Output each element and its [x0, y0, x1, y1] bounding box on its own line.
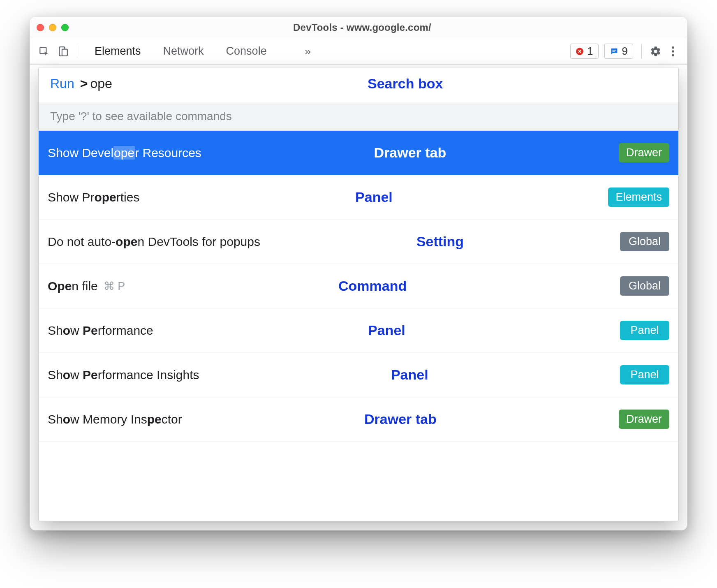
command-result[interactable]: Show Memory InspectorDrawer tabDrawer — [39, 397, 678, 442]
annotation-search-box: Search box — [368, 76, 443, 92]
command-result-badge: Panel — [620, 365, 669, 384]
command-result[interactable]: Show Performance InsightsPanelPanel — [39, 353, 678, 397]
window-title: DevTools - www.google.com/ — [69, 22, 656, 33]
command-menu: Run > Search box Type '?' to see availab… — [38, 67, 679, 521]
command-result-label: Show Properties — [48, 190, 139, 204]
command-result-label: Open file — [48, 279, 98, 293]
command-result-label: Show Performance Insights — [48, 368, 199, 382]
command-result[interactable]: Do not auto-open DevTools for popupsSett… — [39, 220, 678, 264]
device-toggle-icon[interactable] — [57, 46, 69, 57]
annotation-result-type: Setting — [416, 234, 464, 250]
close-window-button[interactable] — [37, 24, 44, 31]
command-result[interactable]: Open file⌘ PCommandGlobal — [39, 264, 678, 308]
svg-point-8 — [672, 54, 674, 56]
zoom-window-button[interactable] — [61, 24, 69, 31]
inspect-element-icon[interactable] — [38, 46, 50, 57]
svg-point-7 — [672, 50, 674, 53]
settings-gear-icon[interactable] — [650, 46, 661, 57]
command-result[interactable]: Show PerformancePanelPanel — [39, 308, 678, 353]
command-result[interactable]: Show PropertiesPanelElements — [39, 175, 678, 220]
annotation-result-type: Panel — [391, 367, 428, 383]
command-search-input[interactable] — [90, 76, 139, 91]
command-result-label: Show Developer Resources — [48, 146, 201, 160]
command-result-label: Show Memory Inspector — [48, 412, 182, 426]
annotation-result-type: Command — [338, 278, 407, 294]
message-icon — [610, 47, 619, 56]
command-result-badge: Global — [620, 276, 669, 296]
annotation-result-type: Panel — [368, 322, 405, 338]
errors-badge[interactable]: 1 — [570, 44, 598, 59]
command-prefix: > — [80, 76, 88, 91]
annotation-result-type: Drawer tab — [364, 411, 437, 427]
svg-rect-4 — [612, 50, 616, 50]
panel-tabs: Elements Network Console » — [94, 42, 311, 60]
devtools-window: DevTools - www.google.com/ — [30, 16, 687, 530]
command-result-badge: Drawer — [619, 410, 669, 429]
tab-elements[interactable]: Elements — [94, 42, 142, 60]
command-hint: Type '?' to see available commands — [39, 102, 678, 131]
command-result-label: Do not auto-open DevTools for popups — [48, 235, 260, 249]
command-result-badge: Elements — [608, 188, 669, 207]
tab-network[interactable]: Network — [162, 42, 205, 60]
minimize-window-button[interactable] — [49, 24, 56, 31]
error-icon — [576, 47, 584, 56]
command-result[interactable]: Show Developer ResourcesDrawer tabDrawer — [39, 131, 678, 175]
messages-badge[interactable]: 9 — [604, 44, 633, 59]
toolbar-separator — [641, 44, 642, 59]
command-result-shortcut: ⌘ P — [104, 280, 125, 293]
command-result-badge: Drawer — [619, 143, 669, 162]
toolbar-separator — [77, 44, 77, 59]
command-result-badge: Panel — [620, 321, 669, 340]
command-search-row: Run > Search box — [39, 67, 678, 102]
svg-point-6 — [672, 46, 674, 49]
command-run-label: Run — [50, 76, 74, 91]
annotation-result-type: Panel — [355, 189, 393, 205]
svg-rect-2 — [62, 49, 67, 56]
command-result-badge: Global — [620, 232, 669, 251]
tab-console[interactable]: Console — [225, 42, 268, 60]
more-options-icon[interactable] — [667, 46, 679, 57]
command-results: Show Developer ResourcesDrawer tabDrawer… — [39, 131, 678, 521]
devtools-toolbar: Elements Network Console » 1 9 — [30, 38, 687, 65]
window-controls — [37, 24, 69, 31]
titlebar: DevTools - www.google.com/ — [30, 17, 687, 38]
more-tabs-icon[interactable]: » — [305, 45, 311, 58]
messages-count: 9 — [622, 45, 628, 58]
svg-rect-5 — [612, 51, 615, 51]
errors-count: 1 — [587, 45, 593, 58]
annotation-result-type: Drawer tab — [374, 145, 446, 161]
command-result-label: Show Performance — [48, 324, 153, 338]
